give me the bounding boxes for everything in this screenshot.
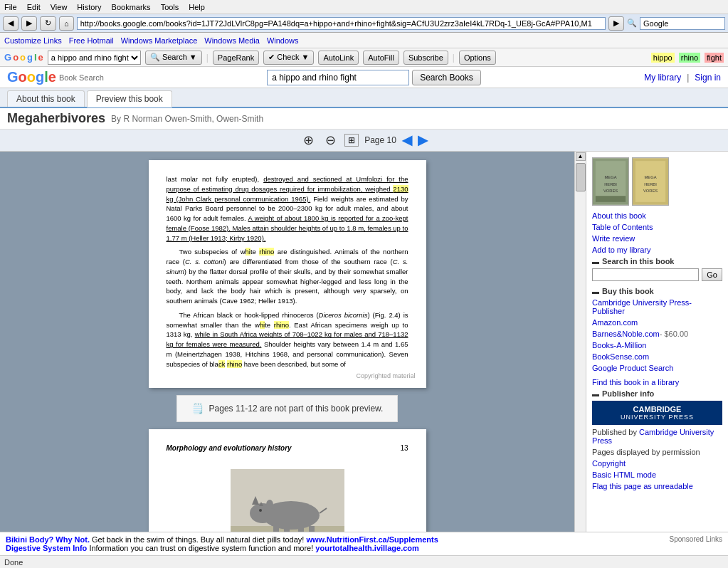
- svg-rect-9: [309, 526, 315, 532]
- check-btn[interactable]: ✔ Check ▼: [263, 51, 314, 65]
- amazon-link[interactable]: Amazon.com: [592, 318, 722, 327]
- toc-link[interactable]: Table of Contents: [592, 223, 722, 231]
- google-books-logo: Google Book Search: [7, 69, 104, 85]
- ad1-label[interactable]: Bikini Body? Why Not.: [6, 535, 90, 544]
- books-a-million-link[interactable]: Books-A-Million: [592, 341, 722, 349]
- header-separator: |: [687, 73, 689, 83]
- next-page-button[interactable]: ▶: [418, 132, 428, 148]
- ad2-label[interactable]: Digestive System Info: [6, 544, 87, 552]
- nav-bar: ◀ ▶ ↻ ⌂ ▶ 🔍: [0, 14, 728, 33]
- publisher-section: ▬ Publisher info CAMBRIDGE UNIVERSITY PR…: [592, 389, 722, 490]
- bookmark-windows[interactable]: Windows: [267, 36, 299, 45]
- books-logo-text: Book Search: [59, 73, 104, 82]
- bookmark-marketplace[interactable]: Windows Marketplace: [121, 36, 198, 45]
- bookmark-hotmail[interactable]: Free Hotmail: [69, 36, 114, 45]
- write-review-link[interactable]: Write review: [592, 234, 722, 243]
- published-by-text: Published by Cambridge University Press: [592, 428, 722, 445]
- forward-button[interactable]: ▶: [21, 16, 37, 31]
- pages-permission-text: Pages displayed by permission: [592, 448, 722, 456]
- browser-search-input[interactable]: [640, 17, 725, 30]
- google-product-link[interactable]: Google Product Search: [592, 364, 722, 372]
- ad2-text: Information you can trust on digestive s…: [89, 544, 315, 552]
- toolbar-dropdown[interactable]: a hippo and rhino fight: [48, 51, 141, 65]
- google-toolbar-logo: Google: [4, 52, 43, 63]
- menu-bar: File Edit View History Bookmarks Tools H…: [0, 0, 728, 14]
- vertical-scrollbar[interactable]: ▲: [574, 152, 586, 532]
- autofill-btn[interactable]: AutoFill: [363, 51, 399, 65]
- bookmark-customize[interactable]: Customize Links: [4, 36, 62, 45]
- my-library-link[interactable]: My library: [644, 73, 681, 83]
- page-controls: ⊕ ⊖ ⊞ Page 10 ◀ ▶: [0, 130, 728, 152]
- browser-window: File Edit View History Bookmarks Tools H…: [0, 0, 728, 568]
- find-library-link[interactable]: Find this book in a library: [592, 378, 722, 386]
- publisher-info-label: Publisher info: [602, 389, 654, 398]
- page10-para1: last molar not fully erupted), destroyed…: [167, 174, 408, 243]
- prev-page-button[interactable]: ◀: [402, 132, 412, 148]
- svg-text:HERBI: HERBI: [644, 182, 657, 186]
- barnes-link[interactable]: Barnes&Noble.com- $60.00: [592, 330, 722, 338]
- subscribe-btn[interactable]: Subscribe: [403, 51, 448, 65]
- bookmark-media[interactable]: Windows Media: [204, 36, 260, 45]
- tab-preview[interactable]: Preview this book: [87, 90, 172, 107]
- rhino-svg: [231, 469, 344, 532]
- buy-book-section: ▬ Buy this book Cambridge University Pre…: [592, 287, 722, 372]
- page10-para3: The African black or hook-lipped rhinoce…: [167, 310, 408, 369]
- zoom-out-button[interactable]: ⊖: [322, 132, 339, 148]
- svg-rect-7: [284, 526, 290, 532]
- menu-file[interactable]: File: [4, 3, 17, 11]
- search-label: 🔍: [627, 19, 637, 28]
- basic-html-link[interactable]: Basic HTML mode: [592, 470, 722, 479]
- search-in-book-section: ▬ Search in this book Go: [592, 257, 722, 281]
- menu-help[interactable]: Help: [189, 3, 205, 11]
- svg-text:VORES: VORES: [603, 189, 618, 193]
- ad1-url[interactable]: www.NutritionFirst.ca/Supplements: [306, 535, 438, 544]
- tab-about[interactable]: About this book: [7, 90, 85, 107]
- zoom-in-button[interactable]: ⊕: [300, 132, 317, 148]
- menu-view[interactable]: View: [51, 3, 68, 11]
- publisher-toggle-icon[interactable]: ▬: [592, 390, 599, 398]
- ad1-text: Get back in the swim of things. Buy all …: [92, 535, 306, 544]
- cambridge-press-link[interactable]: Cambridge University Press- Publisher: [592, 298, 722, 315]
- flag-page-link[interactable]: Flag this page as unreadable: [592, 482, 722, 490]
- book-title-bar: Megaherbivores By R Norman Owen-Smith, O…: [0, 108, 728, 130]
- add-to-library-link[interactable]: Add to my library: [592, 246, 722, 254]
- svg-point-11: [259, 509, 262, 512]
- menu-history[interactable]: History: [77, 3, 101, 11]
- about-book-link[interactable]: About this book: [592, 211, 722, 220]
- books-header-links: My library | Sign in: [644, 73, 721, 83]
- booksense-link[interactable]: BookSense.com: [592, 352, 722, 361]
- search-toggle-icon[interactable]: ▬: [592, 258, 599, 265]
- search-in-book-title: ▬ Search in this book: [592, 257, 722, 265]
- not-available-text: Pages 11-12 are not part of this book pr…: [209, 404, 384, 414]
- search-in-book-go[interactable]: Go: [702, 268, 722, 281]
- menu-tools[interactable]: Tools: [161, 3, 179, 11]
- back-button[interactable]: ◀: [3, 16, 19, 31]
- go-button[interactable]: ▶: [608, 16, 624, 31]
- menu-edit[interactable]: Edit: [27, 3, 41, 11]
- book-title: Megaherbivores: [7, 111, 105, 126]
- pagerank-btn[interactable]: PageRank: [213, 51, 259, 65]
- options-btn[interactable]: Options: [459, 51, 496, 65]
- expand-button[interactable]: ⊞: [344, 134, 359, 147]
- menu-bookmarks[interactable]: Bookmarks: [112, 3, 151, 11]
- refresh-button[interactable]: ↻: [40, 16, 56, 31]
- copyright-link[interactable]: Copyright: [592, 459, 722, 468]
- buy-toggle-icon[interactable]: ▬: [592, 288, 599, 295]
- search-in-book-input[interactable]: [592, 268, 699, 281]
- books-search-button[interactable]: Search Books: [412, 70, 481, 85]
- toolbar-search-btn[interactable]: 🔍 Search ▼: [145, 51, 202, 65]
- page13-number: 13: [400, 443, 408, 461]
- sign-in-link[interactable]: Sign in: [695, 73, 721, 83]
- home-button[interactable]: ⌂: [59, 16, 74, 31]
- svg-text:MEGA: MEGA: [645, 175, 657, 179]
- svg-text:VORES: VORES: [643, 189, 658, 193]
- cover-svg-2: MEGA HERBI VORES: [633, 157, 668, 206]
- scrollbar-thumb[interactable]: [576, 163, 586, 191]
- books-search-area: Search Books: [267, 70, 481, 85]
- autolink-btn[interactable]: AutoLink: [318, 51, 359, 65]
- ad2-url[interactable]: yourtotalhealth.ivillage.com: [315, 544, 418, 552]
- not-available-icon: 🗒️: [191, 403, 204, 414]
- toolbar-separator: |: [206, 53, 209, 63]
- books-search-input[interactable]: [267, 70, 409, 85]
- url-bar[interactable]: [77, 17, 606, 30]
